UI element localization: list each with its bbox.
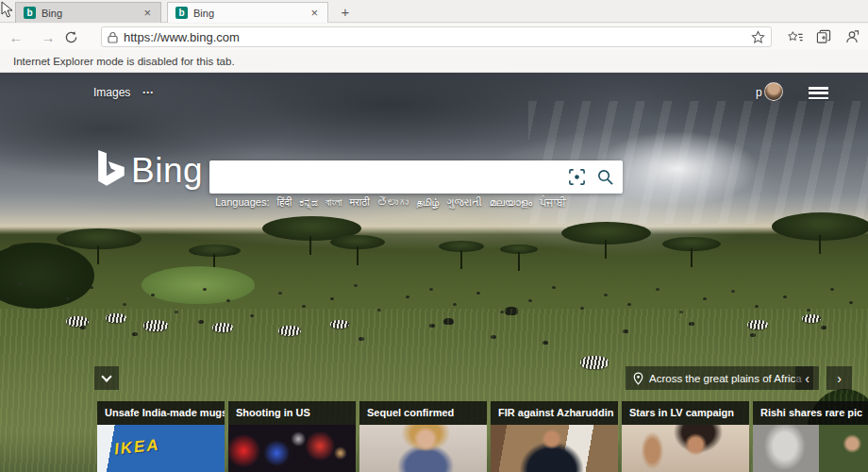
news-card-title: Sequel confirmed bbox=[359, 401, 487, 425]
ie-mode-infobar: Internet Explorer mode is disabled for t… bbox=[0, 50, 868, 73]
language-link-gujarati[interactable]: ગુજરાતી bbox=[446, 196, 481, 209]
profile-initial: p bbox=[756, 86, 762, 99]
news-card-image-ikea: IKEA bbox=[97, 425, 225, 472]
next-image-button[interactable]: › bbox=[826, 366, 852, 390]
news-card-image bbox=[622, 425, 749, 472]
news-card[interactable]: FIR against Azharuddin bbox=[491, 401, 618, 472]
browser-toolbar: ← → https://www.bing.com bbox=[0, 24, 868, 50]
news-card-title: Stars in LV campaign bbox=[622, 401, 749, 425]
news-card-image bbox=[359, 425, 487, 472]
close-tab-icon[interactable]: × bbox=[142, 6, 153, 20]
bing-favicon: b bbox=[175, 7, 188, 19]
search-icon[interactable] bbox=[591, 163, 619, 192]
news-card[interactable]: Shooting in US bbox=[228, 401, 356, 472]
news-card-strip: Unsafe India-made mugs IKEA Shooting in … bbox=[97, 401, 868, 472]
language-link-malayalam[interactable]: മലയാളം bbox=[490, 196, 533, 209]
address-bar[interactable]: https://www.bing.com bbox=[101, 26, 772, 47]
lock-icon bbox=[108, 31, 118, 43]
location-pin-icon bbox=[633, 372, 643, 385]
language-link-telugu[interactable]: తెలుగు bbox=[377, 196, 409, 209]
news-card[interactable]: Stars in LV campaign bbox=[622, 401, 749, 472]
previous-image-button[interactable]: ‹ bbox=[795, 366, 819, 390]
wildebeest-herd-foreground bbox=[0, 73, 6, 76]
image-caption-text: Across the great plains of Africa bbox=[649, 373, 802, 384]
images-link[interactable]: Images bbox=[93, 86, 130, 99]
ikea-logo-text: IKEA bbox=[113, 436, 160, 460]
mouse-cursor-icon bbox=[1, 1, 13, 18]
language-link-kannada[interactable]: ಕನ್ನಡ bbox=[299, 196, 318, 209]
news-card[interactable]: Sequel confirmed bbox=[359, 401, 487, 472]
expand-feed-button[interactable] bbox=[94, 366, 119, 390]
language-link-marathi[interactable]: मराठी bbox=[349, 196, 369, 209]
infobar-text: Internet Explorer mode is disabled for t… bbox=[13, 56, 235, 67]
news-card[interactable]: Rishi shares rare pic bbox=[753, 401, 868, 472]
news-card-image bbox=[491, 425, 618, 472]
bing-favicon: b bbox=[24, 7, 36, 19]
more-menu[interactable]: ··· bbox=[142, 86, 154, 99]
search-box[interactable] bbox=[209, 160, 623, 194]
bing-logo[interactable]: Bing bbox=[97, 148, 203, 194]
news-card-title: FIR against Azharuddin bbox=[491, 401, 618, 425]
collections-icon[interactable] bbox=[815, 28, 832, 45]
news-card-title: Rishi shares rare pic bbox=[753, 401, 868, 425]
tab-strip: b Bing × b Bing × + bbox=[0, 0, 868, 23]
news-card-image bbox=[753, 425, 868, 472]
language-link-bangla[interactable]: বাংলা bbox=[326, 196, 342, 209]
add-favorite-star-icon[interactable] bbox=[751, 30, 765, 44]
language-links: Languages: हिंदी ಕನ್ನಡ বাংলা मराठी తెలుగ… bbox=[215, 196, 630, 209]
news-card-image bbox=[228, 425, 356, 472]
search-input[interactable] bbox=[209, 160, 562, 194]
back-button[interactable]: ← bbox=[0, 29, 32, 45]
image-caption[interactable]: Across the great plains of Africa bbox=[626, 366, 813, 390]
news-card-title: Unsafe India-made mugs bbox=[97, 401, 225, 425]
forward-button[interactable]: → bbox=[32, 29, 64, 45]
bing-header: Images ··· p bbox=[0, 86, 868, 105]
tab-title: Bing bbox=[42, 8, 142, 19]
languages-label: Languages: bbox=[215, 196, 270, 209]
news-card-title: Shooting in US bbox=[228, 401, 356, 425]
news-card[interactable]: Unsafe India-made mugs IKEA bbox=[97, 401, 225, 472]
profile-icon[interactable] bbox=[843, 28, 860, 45]
bing-logo-glyph bbox=[97, 148, 125, 194]
visual-search-camera-icon[interactable] bbox=[562, 163, 591, 192]
tab-bing-1[interactable]: b Bing × bbox=[15, 2, 161, 23]
bing-homepage: Images ··· p Bing Languages: हिं bbox=[0, 73, 868, 472]
language-link-tamil[interactable]: தமிழ் bbox=[416, 196, 440, 209]
url-text[interactable]: https://www.bing.com bbox=[124, 30, 751, 44]
bing-logo-text: Bing bbox=[131, 151, 203, 191]
refresh-button[interactable] bbox=[64, 30, 96, 44]
tab-bing-2-active[interactable]: b Bing × bbox=[167, 2, 328, 23]
language-link-hindi[interactable]: हिंदी bbox=[277, 196, 292, 209]
favorites-icon[interactable] bbox=[787, 28, 804, 45]
hamburger-menu-icon[interactable] bbox=[809, 87, 828, 99]
close-tab-icon[interactable]: × bbox=[309, 6, 320, 20]
new-tab-button[interactable]: + bbox=[335, 4, 356, 21]
language-link-punjabi[interactable]: ਪੰਜਾਬੀ bbox=[540, 196, 566, 209]
profile-avatar[interactable] bbox=[764, 82, 783, 101]
tab-title: Bing bbox=[193, 8, 309, 19]
browser-window: b Bing × b Bing × + ← → https://www.bing… bbox=[0, 0, 868, 472]
